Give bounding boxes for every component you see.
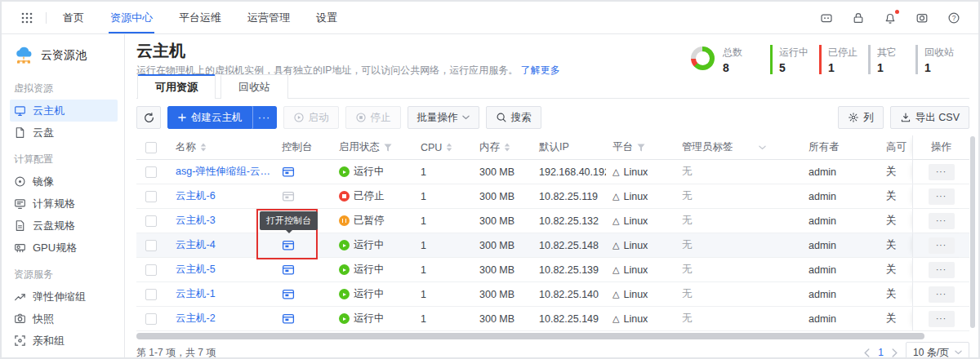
col-platform[interactable]: 平台 (612, 140, 633, 154)
nav-item-platform-ops[interactable]: 平台运维 (177, 2, 223, 33)
create-host-button[interactable]: 创建云主机 (167, 106, 252, 129)
row-checkbox[interactable] (145, 240, 157, 251)
col-default-ip: 默认IP (539, 140, 569, 154)
next-page-icon[interactable] (892, 348, 898, 357)
notification-bell-icon[interactable] (884, 11, 897, 24)
section-label-resource-services: 资源服务 (14, 268, 118, 281)
search-button[interactable]: 搜索 (486, 106, 541, 129)
sidebar-item-disk-spec[interactable]: 云盘规格 (10, 215, 118, 237)
sidebar-item-gpu-spec[interactable]: GPU规格 (10, 237, 118, 259)
resource-pool-header[interactable]: 云资源池 (10, 45, 118, 73)
help-icon[interactable]: ? (947, 11, 960, 24)
platform-value: Linux (623, 191, 648, 202)
learn-more-link[interactable]: 了解更多 (521, 64, 560, 76)
sidebar: 云资源池 虚拟资源 云主机 云盘 计算配置 镜像 计算规格 云 (2, 34, 125, 358)
lock-icon[interactable] (852, 11, 865, 24)
stat-label: 已停止 (828, 46, 858, 60)
nav-item-resource-center[interactable]: 资源中心 (109, 2, 154, 33)
start-button[interactable]: 启动 (283, 106, 339, 129)
status-badge: 运行中 (354, 238, 385, 252)
host-name-link[interactable]: asg-弹性伸缩组-云主机-1e2fc (176, 165, 275, 179)
svg-text:?: ? (952, 13, 956, 21)
stat-running: 运行中 5 (770, 45, 819, 74)
stop-button[interactable]: 停止 (345, 106, 401, 129)
columns-button[interactable]: 列 (838, 106, 884, 129)
row-actions-button[interactable]: ··· (929, 188, 955, 205)
chevron-down-icon (462, 115, 470, 120)
table-row: 云主机-5 运行中 1 300 MB 10.82.25.139 △Linux 无… (136, 258, 969, 282)
ha-value: 关 (880, 258, 912, 281)
page-size-select[interactable]: 10 条/页 (906, 342, 969, 359)
memory-value: 300 MB (473, 258, 532, 281)
host-name-link[interactable]: 云主机-4 (176, 238, 216, 252)
chevron-down-icon[interactable] (759, 145, 766, 150)
export-csv-button[interactable]: 导出 CSV (890, 106, 969, 129)
filter-icon[interactable] (384, 144, 392, 152)
col-cpu[interactable]: CPU (421, 142, 442, 153)
host-name-link[interactable]: 云主机-6 (176, 189, 216, 203)
sidebar-item-snapshot[interactable]: 快照 (10, 308, 118, 330)
row-checkbox[interactable] (145, 289, 157, 300)
nav-item-home[interactable]: 首页 (61, 2, 86, 33)
row-actions-button[interactable]: ··· (929, 311, 955, 327)
row-actions-button[interactable]: ··· (929, 213, 955, 229)
record-icon[interactable] (915, 11, 929, 24)
main-content: 云主机 运行在物理机上的虚拟机实例，具有独立的IP地址，可以访问公共网络，运行应… (125, 34, 980, 358)
col-console: 控制台 (282, 140, 313, 154)
sidebar-item-cloud-host[interactable]: 云主机 (10, 100, 118, 122)
open-console-button[interactable] (282, 166, 295, 179)
page-number[interactable]: 1 (878, 347, 884, 358)
ha-value: 关 (880, 307, 912, 330)
col-admin-tags: 管理员标签 (682, 140, 733, 154)
ip-value: 10.82.25.132 (532, 209, 606, 233)
page-title: 云主机 (136, 42, 560, 60)
col-name[interactable]: 名称 (176, 140, 196, 154)
sidebar-item-cloud-disk[interactable]: 云盘 (10, 122, 118, 144)
download-icon (900, 112, 911, 123)
status-badge: 运行中 (354, 165, 385, 179)
create-button-group: 创建云主机 ··· (167, 106, 277, 129)
row-checkbox[interactable] (145, 313, 157, 325)
row-checkbox[interactable] (145, 215, 157, 227)
row-actions-button[interactable]: ··· (929, 164, 955, 180)
tab-recycle-bin[interactable]: 回收站 (220, 74, 288, 99)
host-name-link[interactable]: 云主机-2 (176, 312, 216, 326)
open-console-button[interactable] (282, 239, 295, 252)
vertical-scrollbar[interactable] (970, 136, 975, 328)
refresh-button[interactable] (136, 106, 161, 129)
sort-icon[interactable] (446, 143, 452, 152)
assistant-icon[interactable] (820, 11, 833, 24)
col-status[interactable]: 启用状态 (339, 140, 380, 154)
row-actions-button[interactable]: ··· (929, 237, 955, 254)
host-name-link[interactable]: 云主机-3 (176, 214, 216, 228)
col-memory[interactable]: 内存 (479, 140, 500, 154)
sidebar-item-affinity-group[interactable]: 亲和组 (10, 330, 118, 352)
select-all-checkbox[interactable] (145, 142, 157, 153)
row-checkbox[interactable] (145, 166, 157, 178)
tab-available-resources[interactable]: 可用资源 (137, 74, 216, 99)
host-name-link[interactable]: 云主机-5 (176, 263, 216, 277)
sort-icon[interactable] (504, 143, 510, 152)
host-table: 名称 控制台 启用状态 CPU 内存 默认IP 平台 管理员标签 所有者 (136, 135, 969, 331)
sidebar-item-autoscaling-group[interactable]: 弹性伸缩组 (10, 286, 118, 308)
create-more-button[interactable]: ··· (252, 106, 277, 129)
sidebar-item-image[interactable]: 镜像 (10, 171, 118, 193)
filter-icon[interactable] (637, 144, 645, 152)
row-checkbox[interactable] (145, 264, 157, 276)
prev-page-icon[interactable] (864, 348, 870, 357)
apps-grid-icon[interactable] (21, 12, 33, 24)
row-actions-button[interactable]: ··· (929, 262, 955, 278)
sort-icon[interactable] (200, 143, 207, 152)
ha-value: 关 (880, 282, 912, 306)
nav-item-operation-mgmt[interactable]: 运营管理 (246, 2, 292, 33)
batch-actions-button[interactable]: 批量操作 (408, 106, 479, 129)
open-console-button[interactable] (282, 312, 295, 326)
row-checkbox[interactable] (145, 191, 157, 202)
row-actions-button[interactable]: ··· (929, 286, 955, 303)
open-console-button[interactable] (282, 288, 295, 301)
nav-item-settings[interactable]: 设置 (314, 2, 339, 33)
host-name-link[interactable]: 云主机-1 (176, 287, 216, 301)
sidebar-item-compute-spec[interactable]: 计算规格 (10, 193, 118, 215)
horizontal-scrollbar[interactable] (136, 333, 924, 339)
open-console-button[interactable] (282, 264, 295, 277)
